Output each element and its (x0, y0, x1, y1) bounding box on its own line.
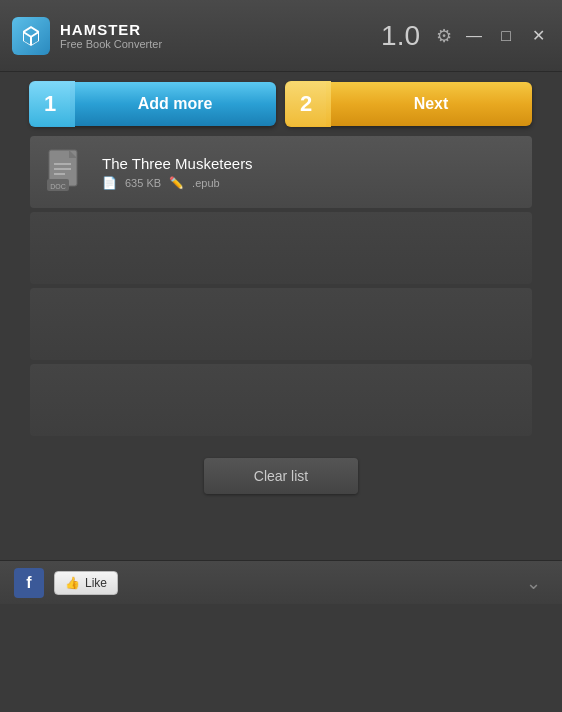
add-more-step-number: 1 (30, 82, 70, 126)
minimize-button[interactable]: — (462, 24, 486, 48)
document-icon: DOC (47, 149, 85, 195)
app-subtitle: Free Book Converter (60, 38, 381, 50)
next-step-number: 2 (286, 82, 326, 126)
file-name: The Three Musketeers (102, 155, 518, 172)
empty-slot-3 (30, 364, 532, 436)
version-label: 1.0 (381, 20, 420, 52)
file-icon: DOC (44, 147, 88, 197)
like-label: Like (85, 576, 107, 590)
like-button[interactable]: 👍 Like (54, 571, 118, 595)
restore-button[interactable]: □ (494, 24, 518, 48)
title-text-group: HAMSTER Free Book Converter (60, 21, 381, 50)
empty-slot-2 (30, 288, 532, 360)
list-item[interactable]: DOC The Three Musketeers 📄 635 KB ✏️ .ep… (30, 136, 532, 208)
facebook-icon[interactable]: f (14, 568, 44, 598)
title-bar: HAMSTER Free Book Converter 1.0 ⚙ — □ ✕ (0, 0, 562, 72)
like-thumb-icon: 👍 (65, 576, 80, 590)
add-more-button[interactable]: 1 Add more (30, 82, 276, 126)
file-size: 635 KB (125, 177, 161, 189)
clear-list-row: Clear list (0, 440, 562, 512)
file-size-icon: 📄 (102, 176, 117, 190)
add-more-label: Add more (138, 95, 213, 113)
svg-text:DOC: DOC (50, 183, 66, 190)
file-info: The Three Musketeers 📄 635 KB ✏️ .epub (102, 155, 518, 190)
file-ext-icon: ✏️ (169, 176, 184, 190)
action-bar: 1 Add more 2 Next (0, 72, 562, 136)
file-ext: .epub (192, 177, 220, 189)
file-meta: 📄 635 KB ✏️ .epub (102, 176, 518, 190)
file-list: DOC The Three Musketeers 📄 635 KB ✏️ .ep… (30, 136, 532, 436)
footer-bar: f 👍 Like ⌄ (0, 560, 562, 604)
close-button[interactable]: ✕ (526, 24, 550, 48)
next-label: Next (414, 95, 449, 113)
app-name: HAMSTER (60, 21, 381, 38)
next-button[interactable]: 2 Next (286, 82, 532, 126)
chevron-down-icon: ⌄ (526, 572, 541, 594)
clear-list-button[interactable]: Clear list (204, 458, 358, 494)
empty-slot-1 (30, 212, 532, 284)
spacer-row (0, 516, 562, 560)
app-logo (12, 17, 50, 55)
window-controls: — □ ✕ (462, 24, 550, 48)
settings-icon[interactable]: ⚙ (436, 25, 452, 47)
logo-icon (19, 24, 43, 48)
